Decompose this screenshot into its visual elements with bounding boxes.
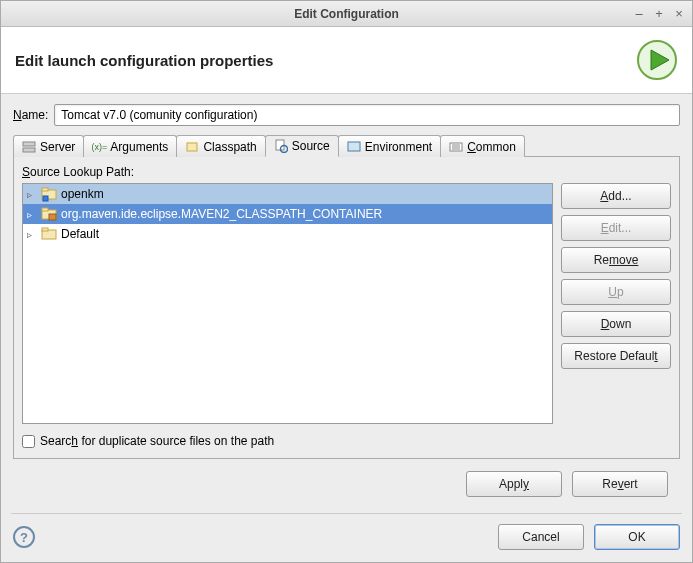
svg-rect-3 [23,148,35,152]
tab-label: Environment [365,140,432,154]
svg-rect-7 [348,142,360,151]
tab-label: Server [40,140,75,154]
tab-classpath[interactable]: Classpath [176,135,265,157]
environment-icon [347,140,361,154]
source-pane: Source Lookup Path: ▹ openkm ▹ org.maven… [13,157,680,459]
maximize-icon[interactable]: + [652,7,666,21]
minimize-icon[interactable]: ‒ [632,7,646,21]
tab-label: Arguments [110,140,168,154]
common-icon [449,140,463,154]
down-button[interactable]: Down [561,311,671,337]
tree-item-maven-container[interactable]: ▹ org.maven.ide.eclipse.MAVEN2_CLASSPATH… [23,204,552,224]
revert-button[interactable]: Revert [572,471,668,497]
svg-rect-2 [23,142,35,146]
classpath-icon [185,140,199,154]
source-icon [274,139,288,153]
server-icon [22,140,36,154]
titlebar-buttons: ‒ + × [632,7,686,21]
expand-icon[interactable]: ▹ [27,229,37,240]
tab-label: Classpath [203,140,256,154]
pane-body: ▹ openkm ▹ org.maven.ide.eclipse.MAVEN2_… [22,183,671,424]
help-icon[interactable]: ? [13,526,35,548]
search-duplicate-row: Search for duplicate source files on the… [22,434,671,448]
name-input[interactable] [54,104,680,126]
dialog-content: Name: Server (x)= Arguments Classpath So… [1,94,692,501]
svg-rect-17 [49,214,56,220]
tab-source[interactable]: Source [265,135,339,157]
run-icon [636,39,678,81]
search-duplicate-label: Search for duplicate source files on the… [40,434,274,448]
tab-label: Common [467,140,516,154]
source-lookup-tree[interactable]: ▹ openkm ▹ org.maven.ide.eclipse.MAVEN2_… [22,183,553,424]
titlebar: Edit Configuration ‒ + × [1,1,692,27]
apply-revert-row: Apply Revert [13,459,680,497]
edit-button: Edit... [561,215,671,241]
cancel-button[interactable]: Cancel [498,524,584,550]
tab-environment[interactable]: Environment [338,135,441,157]
side-buttons: Add... Edit... Remove Up Down Restore De… [561,183,671,424]
name-row: Name: [13,104,680,126]
folder-icon [41,226,57,242]
svg-rect-4 [187,143,197,151]
dialog-window: Edit Configuration ‒ + × Edit launch con… [0,0,693,563]
apply-button[interactable]: Apply [466,471,562,497]
up-button: Up [561,279,671,305]
dialog-footer: ? Cancel OK [1,514,692,562]
dialog-header: Edit launch configuration properties [1,27,692,94]
tree-item-label: Default [61,227,99,241]
window-title: Edit Configuration [294,7,399,21]
tree-item-default[interactable]: ▹ Default [23,224,552,244]
arguments-icon: (x)= [92,140,106,154]
tab-server[interactable]: Server [13,135,84,157]
source-lookup-label: Source Lookup Path: [22,165,671,179]
tree-item-label: openkm [61,187,104,201]
footer-right: Cancel OK [498,524,680,550]
add-button[interactable]: Add... [561,183,671,209]
remove-button[interactable]: Remove [561,247,671,273]
tab-label: Source [292,139,330,153]
dialog-title: Edit launch configuration properties [15,52,273,69]
project-folder-icon [41,186,57,202]
tree-item-label: org.maven.ide.eclipse.MAVEN2_CLASSPATH_C… [61,207,382,221]
close-icon[interactable]: × [672,7,686,21]
expand-icon[interactable]: ▹ [27,209,37,220]
restore-default-button[interactable]: Restore Default [561,343,671,369]
svg-rect-16 [42,208,48,211]
search-duplicate-checkbox[interactable] [22,435,35,448]
expand-icon[interactable]: ▹ [27,189,37,200]
tab-arguments[interactable]: (x)= Arguments [83,135,177,157]
svg-rect-14 [43,196,48,201]
svg-rect-13 [42,188,48,191]
tab-common[interactable]: Common [440,135,525,157]
ok-button[interactable]: OK [594,524,680,550]
tabs: Server (x)= Arguments Classpath Source E… [13,134,680,157]
library-icon [41,206,57,222]
svg-rect-19 [42,228,48,231]
tree-item-openkm[interactable]: ▹ openkm [23,184,552,204]
name-label: Name: [13,108,48,122]
